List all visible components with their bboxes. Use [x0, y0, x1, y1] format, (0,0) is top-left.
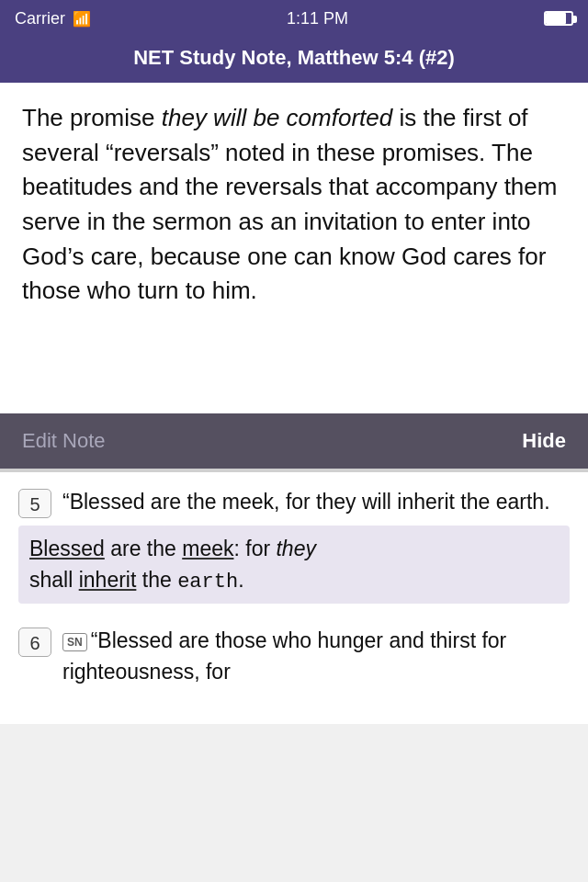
- word-blessed: Blessed: [29, 537, 105, 560]
- interlinear-for: : for: [233, 537, 276, 560]
- bottom-toolbar: Edit Note Hide: [0, 413, 588, 469]
- word-meek: meek: [182, 537, 233, 560]
- page-title: NET Study Note, Matthew 5:4 (#2): [133, 46, 455, 69]
- hide-button[interactable]: Hide: [522, 429, 566, 453]
- page-header: NET Study Note, Matthew 5:4 (#2): [0, 37, 588, 83]
- word-earth: earth: [177, 571, 238, 594]
- interlinear-line2: shall inherit the earth.: [29, 565, 559, 597]
- interlinear-line1: Blessed are the meek: for they: [29, 533, 559, 565]
- edit-note-button[interactable]: Edit Note: [22, 429, 106, 453]
- verse-6-text: SN“Blessed are those who hunger and thir…: [62, 626, 570, 687]
- text-part1: The promise: [22, 104, 162, 131]
- verse-6-line: 6 SN“Blessed are those who hunger and th…: [18, 626, 570, 687]
- main-content: The promise they will be comforted is th…: [0, 83, 588, 413]
- study-note-text: The promise they will be comforted is th…: [22, 101, 566, 309]
- interlinear-the: the: [136, 568, 177, 592]
- italic-phrase: they will be comforted: [162, 104, 392, 131]
- verse-6-number: 6: [18, 628, 51, 657]
- verse-5-block: 5 “Blessed are the meek, for they will i…: [18, 487, 570, 604]
- bible-area: 5 “Blessed are the meek, for they will i…: [0, 472, 588, 724]
- word-they: they: [276, 537, 315, 560]
- sn-badge: SN: [62, 633, 87, 651]
- interlinear-period: .: [238, 568, 243, 592]
- battery-icon: [544, 11, 573, 26]
- carrier-label: Carrier: [15, 9, 65, 28]
- interlinear-shall: shall: [29, 568, 79, 592]
- status-bar: Carrier 📶 1:11 PM: [0, 0, 588, 37]
- word-inherit: inherit: [79, 568, 137, 592]
- time-label: 1:11 PM: [287, 9, 348, 28]
- verse-5-interlinear: Blessed are the meek: for they shall inh…: [18, 526, 570, 604]
- verse-5-line: 5 “Blessed are the meek, for they will i…: [18, 487, 570, 518]
- wifi-icon: 📶: [73, 10, 91, 28]
- interlinear-are-the: are the: [105, 537, 182, 560]
- text-part2: is the first of several “reversals” note…: [22, 104, 557, 304]
- verse-5-number: 5: [18, 489, 51, 518]
- status-left: Carrier 📶: [15, 9, 91, 28]
- verse-6-block: 6 SN“Blessed are those who hunger and th…: [18, 626, 570, 687]
- verse-5-text: “Blessed are the meek, for they will inh…: [62, 487, 550, 517]
